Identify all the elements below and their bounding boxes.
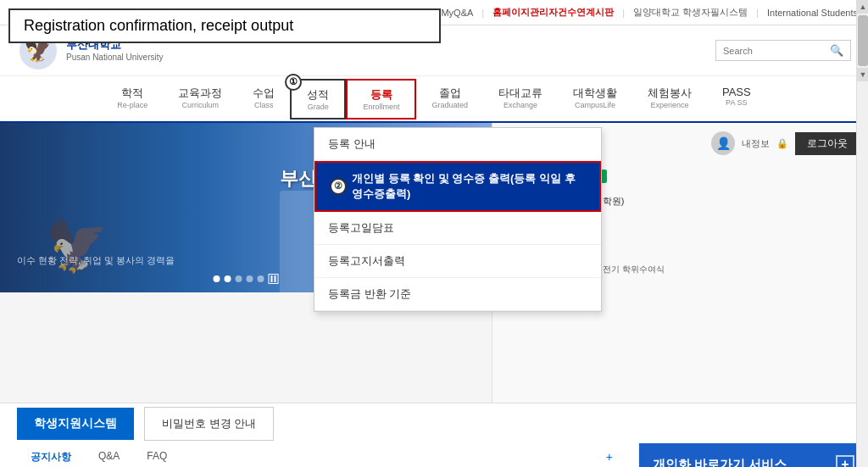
user-label: 내정보: [742, 137, 770, 150]
nav-item-타대교류[interactable]: 타대교류 Exchange: [483, 79, 558, 120]
search-icon[interactable]: 🔍: [830, 44, 843, 57]
password-change-button[interactable]: 비밀번호 변경 안내: [144, 407, 274, 441]
tab-qa[interactable]: Q&A: [85, 443, 133, 467]
circle-1-label: ①: [285, 74, 302, 91]
nav-item-성적[interactable]: ① 성적 Grade: [290, 79, 346, 120]
personal-plus-btn[interactable]: +: [836, 455, 854, 467]
action-bar: 학생지원시스템 비밀번호 변경 안내: [0, 403, 868, 443]
hero-dot-3[interactable]: [236, 275, 242, 282]
topbar-item-2: MyQ&A: [441, 8, 473, 18]
notice-tabs: 공지사항 Q&A FAQ +: [17, 443, 621, 467]
hero-dot-4[interactable]: [247, 275, 253, 282]
scrollbar-thumb[interactable]: [858, 15, 868, 66]
nav-item-수업[interactable]: 수업 Class: [237, 79, 290, 120]
scrollbar-up-btn[interactable]: ▲: [857, 0, 868, 14]
student-system-button[interactable]: 학생지원시스템: [17, 408, 134, 440]
tab-공지사항[interactable]: 공지사항: [17, 443, 85, 467]
topbar-red-link[interactable]: 홈페이지관리자건수연계시판: [492, 6, 614, 19]
lock-icon: 🔒: [776, 138, 788, 149]
nav-items: 학적 Re-place 교육과정 Curriculum 수업 Class ① 성…: [102, 79, 765, 120]
lower-content: 공지사항 Q&A FAQ + 2016학년도 1학기 최종 폐강강좌 수강결정 …: [0, 443, 868, 467]
annotation-box: Registration confirmation, receipt outpu…: [8, 8, 441, 43]
dropdown-item-highlighted[interactable]: ② 개인별 등록 확인 및 영수증 출력(등록 익일 후 영수증출력): [314, 161, 601, 212]
nav-item-체험봉사[interactable]: 체험봉사 Experience: [632, 79, 707, 120]
hero-dot-5[interactable]: [258, 275, 264, 282]
search-box[interactable]: 🔍: [715, 40, 851, 61]
logout-button[interactable]: 로그아웃: [795, 132, 860, 155]
nav-item-pass[interactable]: PASS PA SS: [707, 79, 766, 120]
topbar-link-1[interactable]: 일양대학교 학생자필시스템: [633, 6, 748, 19]
dropdown-item-0[interactable]: 등록 안내: [314, 128, 601, 161]
hero-dot-1[interactable]: [214, 275, 220, 282]
avatar-icon: 👤: [711, 131, 735, 155]
hero-eagle-area: 🦅: [8, 123, 144, 275]
dropdown-item-4[interactable]: 등록금 반환 기준: [314, 278, 601, 311]
scrollbar-down-btn[interactable]: ▼: [857, 68, 868, 81]
nav-item-졸업[interactable]: 졸업 Graduated: [416, 79, 483, 120]
tab-faq[interactable]: FAQ: [133, 443, 181, 467]
notice-section: 공지사항 Q&A FAQ + 2016학년도 1학기 최종 폐강강좌 수강결정 …: [0, 443, 639, 467]
nav-item-교육과정[interactable]: 교육과정 Curriculum: [163, 79, 237, 120]
dropdown-item-3[interactable]: 등록고지서출력: [314, 245, 601, 278]
dropdown-item-2[interactable]: 등록고일담표: [314, 212, 601, 245]
nav-bar: 학적 Re-place 교육과정 Curriculum 수업 Class ① 성…: [0, 76, 868, 123]
personal-title: 개인화 바로가기 서비스 +: [653, 455, 854, 467]
hero-sub: 이수 현황 전략, 취업 및 봉사의 경력을: [17, 254, 175, 267]
nav-item-등록[interactable]: 등록 Enrollment 등록 안내 ② 개인별 등록 확인 및 영수증 출력…: [346, 79, 416, 120]
personal-section: 개인화 바로가기 서비스 + 휴학 · 복학 · 수강신청 · 개인시간표 · …: [639, 443, 868, 467]
circle-2-label: ②: [330, 178, 347, 195]
topbar-link-2[interactable]: International Students: [767, 8, 858, 18]
scrollbar[interactable]: ▲ ▼: [856, 0, 868, 467]
notice-plus-btn[interactable]: +: [598, 443, 621, 467]
hero-dot-2[interactable]: [225, 275, 231, 282]
hero-dots: [214, 274, 279, 284]
hero-pause-btn[interactable]: [269, 274, 279, 284]
nav-item-대학생활[interactable]: 대학생활 CampusLife: [558, 79, 632, 120]
nav-item-학적[interactable]: 학적 Re-place: [102, 79, 163, 120]
dropdown-menu: 등록 안내 ② 개인별 등록 확인 및 영수증 출력(등록 익일 후 영수증출력…: [314, 127, 602, 312]
search-input[interactable]: [723, 46, 825, 56]
